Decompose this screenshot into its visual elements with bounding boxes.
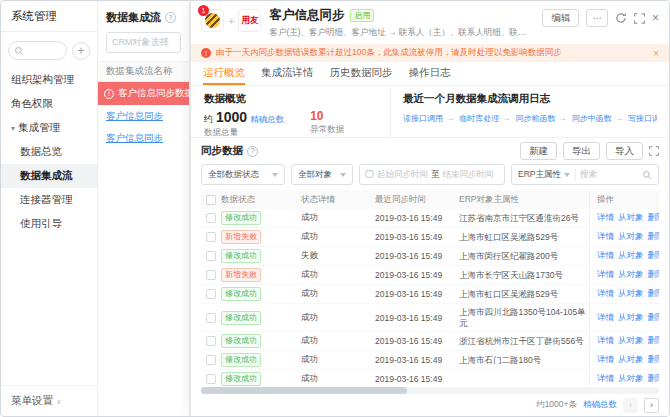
- detail-link[interactable]: 详情: [597, 250, 614, 262]
- warning-close-icon[interactable]: ×: [653, 48, 659, 59]
- sidebar-item[interactable]: ▾ 数据集成流: [1, 164, 97, 188]
- more-button[interactable]: ⋯: [586, 9, 608, 27]
- object-filter-select[interactable]: 全部对象: [291, 164, 353, 185]
- pagination-next-button[interactable]: ›: [644, 398, 659, 413]
- help-icon[interactable]: ?: [247, 146, 258, 157]
- flow-list-item[interactable]: 客户信息同步: [98, 105, 189, 127]
- row-sync-time: 2019-03-16 15:49: [375, 332, 459, 350]
- delete-link[interactable]: 删除: [648, 250, 660, 262]
- step-link[interactable]: 同步中函数: [572, 114, 612, 123]
- sidebar-search-input[interactable]: [8, 41, 67, 60]
- crm-object-select[interactable]: CRM对象选择: [106, 32, 181, 53]
- detail-link[interactable]: 详情: [597, 269, 614, 281]
- from-object-link[interactable]: 从对象: [618, 250, 644, 262]
- from-object-link[interactable]: 从对象: [618, 231, 644, 243]
- sidebar-item[interactable]: ▾ 数据总览: [1, 140, 97, 164]
- step-link[interactable]: 临时库处理: [459, 114, 499, 123]
- delete-link[interactable]: 删除: [648, 312, 660, 324]
- caret-down-icon: ▾: [11, 124, 15, 133]
- row-checkbox[interactable]: [206, 289, 216, 299]
- detail-link[interactable]: 详情: [597, 288, 614, 300]
- flow-list-item[interactable]: 客户信息同步: [98, 127, 189, 149]
- status-filter-select[interactable]: 全部数据状态: [201, 164, 285, 185]
- delete-link[interactable]: 删除: [648, 231, 660, 243]
- edit-button[interactable]: 编辑: [542, 9, 579, 27]
- pagination-prev-button[interactable]: ‹: [623, 398, 638, 413]
- delete-link[interactable]: 删除: [648, 373, 660, 385]
- exact-total-link[interactable]: 精确总数: [250, 114, 284, 126]
- action-button[interactable]: 新建: [520, 142, 557, 160]
- row-checkbox[interactable]: [206, 232, 216, 242]
- tab[interactable]: 运行概览: [203, 62, 245, 85]
- horizontal-scrollbar[interactable]: [201, 387, 659, 394]
- row-checkbox[interactable]: [206, 251, 216, 261]
- select-all-checkbox[interactable]: [206, 195, 216, 205]
- from-object-link[interactable]: 从对象: [618, 288, 644, 300]
- detail-link[interactable]: 详情: [597, 354, 614, 366]
- sidebar-item[interactable]: ▾ 连接器管理: [1, 188, 97, 212]
- help-icon[interactable]: ?: [165, 12, 176, 23]
- erp-search-input[interactable]: ERP主属性 搜索: [511, 164, 659, 185]
- from-object-link[interactable]: 从对象: [618, 373, 644, 385]
- tab[interactable]: 操作日志: [409, 62, 451, 85]
- data-overview-block: 数据概览 约1000 精确总数 数据总量 10 异常数据: [191, 86, 391, 137]
- row-erp-attribute: 浙江省杭州市江干区丁群街556号: [459, 332, 589, 350]
- row-checkbox[interactable]: [206, 270, 216, 280]
- delete-link[interactable]: 删除: [648, 269, 660, 281]
- flow-alert-item[interactable]: ! 客户信息同步数据错误: [98, 82, 189, 105]
- row-erp-attribute: 上海市闵行区纪翟路200号: [459, 247, 589, 265]
- row-checkbox[interactable]: [206, 374, 216, 384]
- from-object-link[interactable]: 从对象: [618, 354, 644, 366]
- row-checkbox[interactable]: [206, 213, 216, 223]
- table-footer: 约1000+条 精确总数 ‹ ›: [201, 396, 659, 416]
- scrollbar-thumb[interactable]: [201, 387, 407, 394]
- tab[interactable]: 集成流详情: [261, 62, 314, 85]
- row-checkbox[interactable]: [206, 336, 216, 346]
- data-overview-title: 数据概览: [204, 92, 377, 106]
- detail-link[interactable]: 详情: [597, 231, 614, 243]
- step-link[interactable]: 同步前函数: [515, 114, 555, 123]
- from-object-link[interactable]: 从对象: [618, 212, 644, 224]
- row-erp-attribute: [459, 370, 589, 386]
- from-object-link[interactable]: 从对象: [618, 269, 644, 281]
- arrow-right-icon: →: [615, 114, 623, 123]
- close-icon[interactable]: ×: [652, 12, 659, 24]
- table-row: 修改成功 失败 2019-03-16 15:49 上海市闵行区纪翟路200号 详…: [201, 247, 659, 266]
- step-link[interactable]: 写接口调用: [628, 114, 657, 123]
- detail-link[interactable]: 详情: [597, 312, 614, 324]
- refresh-icon[interactable]: [615, 12, 627, 24]
- exact-total-link[interactable]: 精确总数: [583, 399, 617, 411]
- row-checkbox[interactable]: [206, 355, 216, 365]
- fullscreen-icon[interactable]: [634, 13, 645, 24]
- table-row: 修改成功 成功 2019-03-16 15:49 详情 从对象 删除: [201, 370, 659, 386]
- sidebar-item[interactable]: ▾ 集成管理: [1, 116, 97, 140]
- row-checkbox[interactable]: [206, 313, 216, 323]
- tab[interactable]: 历史数据同步: [330, 62, 393, 85]
- expand-table-icon[interactable]: [649, 146, 659, 156]
- date-range-input[interactable]: 起始同步时间 至 结束同步时间: [359, 164, 505, 185]
- action-button[interactable]: 导出: [563, 142, 600, 160]
- search-icon: [642, 170, 652, 180]
- add-button[interactable]: +: [72, 42, 90, 60]
- detail-link[interactable]: 详情: [597, 335, 614, 347]
- erp-attr-select[interactable]: ERP主属性: [518, 169, 576, 181]
- step-link[interactable]: 读接口调用: [403, 114, 443, 123]
- action-button[interactable]: 导入: [606, 142, 643, 160]
- status-filter-value: 全部数据状态: [208, 169, 259, 181]
- delete-link[interactable]: 删除: [648, 288, 660, 300]
- delete-link[interactable]: 删除: [648, 354, 660, 366]
- error-stat: 10 异常数据: [310, 109, 344, 139]
- sidebar-item[interactable]: ▾ 组织架构管理: [1, 68, 97, 92]
- delete-link[interactable]: 删除: [648, 335, 660, 347]
- warning-icon: !: [201, 48, 211, 58]
- from-object-link[interactable]: 从对象: [618, 312, 644, 324]
- from-object-link[interactable]: 从对象: [618, 335, 644, 347]
- call-log-step: 读接口调用→: [403, 114, 457, 123]
- sidebar-item[interactable]: ▾ 使用引导: [1, 212, 97, 236]
- detail-link[interactable]: 详情: [597, 373, 614, 385]
- delete-link[interactable]: 删除: [648, 212, 660, 224]
- menu-settings-button[interactable]: 菜单设置 ›: [1, 385, 97, 416]
- sidebar-item-label: 集成管理: [18, 121, 60, 135]
- sidebar-item[interactable]: ▾ 角色权限: [1, 92, 97, 116]
- detail-link[interactable]: 详情: [597, 212, 614, 224]
